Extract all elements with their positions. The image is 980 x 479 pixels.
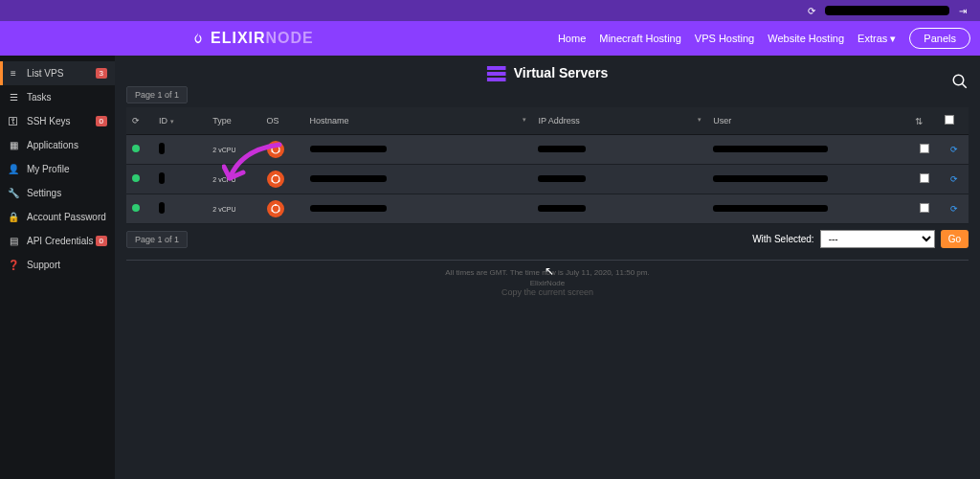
col-hostname[interactable]: Hostname▾ [304,107,533,135]
key-icon: ⚿ [8,116,19,126]
col-user[interactable]: User [707,107,909,135]
server-icon [487,66,506,81]
search-icon[interactable] [951,73,969,95]
svg-point-12 [278,180,279,182]
row-checkbox[interactable] [920,144,929,153]
pagination-top[interactable]: Page 1 of 1 [126,86,188,103]
grid-icon: ▤ [8,236,19,246]
panels-button[interactable]: Panels [909,28,970,49]
col-type[interactable]: Type [207,107,260,135]
row-checkbox[interactable] [920,173,929,183]
checkbox[interactable] [945,115,954,125]
table-row[interactable]: 2 vCPU ⟳ [126,135,969,165]
status-dot [132,204,140,212]
redacted [713,146,828,152]
svg-point-7 [271,150,273,152]
status-dot [132,174,140,182]
type-label: 2 vCPU [212,206,235,213]
sidebar-item-profile[interactable]: 👤 My Profile [0,157,115,181]
sidebar-item-settings[interactable]: 🔧 Settings [0,181,115,205]
redacted [538,175,586,182]
row-checkbox[interactable] [920,203,929,213]
sidebar-item-label: List VPS [27,68,63,79]
support-icon: ❓ [8,260,19,270]
brand-logo[interactable]: ELIXIRNODE [191,30,314,47]
col-id[interactable]: ID▾ [153,107,207,135]
chevron-down-icon: ▾ [698,116,702,124]
account-name-redacted [825,6,949,15]
list-icon: ≡ [8,68,19,79]
sidebar-item-label: Settings [27,188,61,198]
refresh-icon[interactable]: ⟳ [808,6,815,16]
type-label: 2 vCPU [212,147,235,153]
user-icon: 👤 [8,164,19,174]
sort-icon: ⇅ [915,116,923,126]
row-action-icon[interactable]: ⟳ [939,194,969,224]
sidebar-item-ssh-keys[interactable]: ⚿ SSH Keys 0 [0,109,115,133]
sidebar-item-label: API Credentials [27,236,93,246]
vps-table: ⟳ ID▾ Type OS Hostname▾ IP Address▾ User… [126,107,969,224]
nav-extras[interactable]: Extras ▾ [858,33,896,45]
col-sort[interactable]: ⇅ [909,107,939,135]
chevron-down-icon: ▾ [890,33,896,44]
col-ip[interactable]: IP Address▾ [532,107,707,135]
svg-line-4 [962,83,967,88]
col-os[interactable]: OS [261,107,304,135]
chevron-down-icon: ▾ [170,118,174,125]
type-label: 2 vCPU [212,176,235,183]
badge: 0 [96,116,107,126]
col-refresh[interactable]: ⟳ [126,107,153,135]
redacted [310,146,387,152]
svg-point-15 [271,210,273,212]
col-select-all[interactable] [939,107,969,135]
nav-website[interactable]: Website Hosting [768,33,844,44]
table-row[interactable]: 2 vCPU ⟳ [126,194,969,224]
svg-point-14 [275,204,277,206]
nav-home[interactable]: Home [558,33,586,44]
svg-point-11 [271,180,273,182]
redacted [159,143,165,154]
nav-minecraft[interactable]: Minecraft Hosting [599,33,681,44]
sidebar-item-account-password[interactable]: 🔒 Account Password [0,205,115,229]
sidebar-item-support[interactable]: ❓ Support [0,253,115,277]
sidebar-item-tasks[interactable]: ☰ Tasks [0,85,115,109]
sidebar-item-label: SSH Keys [27,116,71,126]
footer-brand: ElixirNode [115,279,980,287]
sidebar-item-label: Applications [27,140,78,150]
redacted [713,175,828,182]
brand-text-2: NODE [266,30,314,47]
apps-icon: ▦ [8,140,19,150]
sidebar-item-applications[interactable]: ▦ Applications [0,133,115,157]
svg-rect-2 [487,78,506,81]
sidebar-item-list-vps[interactable]: ≡ List VPS 3 [0,61,115,85]
go-button[interactable]: Go [941,230,969,248]
badge: 3 [96,68,107,79]
copy-hint-text: Copy the current screen [501,287,593,297]
pagination-bottom[interactable]: Page 1 of 1 [126,231,188,248]
ubuntu-icon [267,171,284,188]
flame-icon [191,30,205,47]
svg-point-10 [275,174,277,176]
footer-time: All times are GMT. The time now is July … [115,261,980,279]
lock-icon: 🔒 [8,212,19,222]
chevron-down-icon: ▾ [523,116,526,124]
with-selected-label: With Selected: [752,234,813,244]
main-content: Virtual Servers Page 1 of 1 ⟳ ID▾ Type O… [115,56,980,479]
row-action-icon[interactable]: ⟳ [939,165,969,194]
redacted [538,146,586,152]
svg-point-13 [272,205,279,213]
badge: 0 [96,236,107,246]
sidebar-item-api-credentials[interactable]: ▤ API Credentials 0 [0,229,115,253]
redacted [713,205,828,212]
sidebar-item-label: Support [27,260,60,270]
row-action-icon[interactable]: ⟳ [939,135,969,165]
logout-icon[interactable]: ⇥ [959,6,967,16]
sidebar-item-label: My Profile [27,164,69,174]
sidebar-item-label: Tasks [27,92,52,103]
wrench-icon: 🔧 [8,188,19,198]
with-selected-dropdown[interactable]: --- [820,230,935,248]
table-row[interactable]: 2 vCPU ⟳ [126,165,969,194]
nav-vps[interactable]: VPS Hosting [695,33,754,44]
sidebar-item-label: Account Password [27,212,106,222]
svg-point-16 [278,210,279,212]
